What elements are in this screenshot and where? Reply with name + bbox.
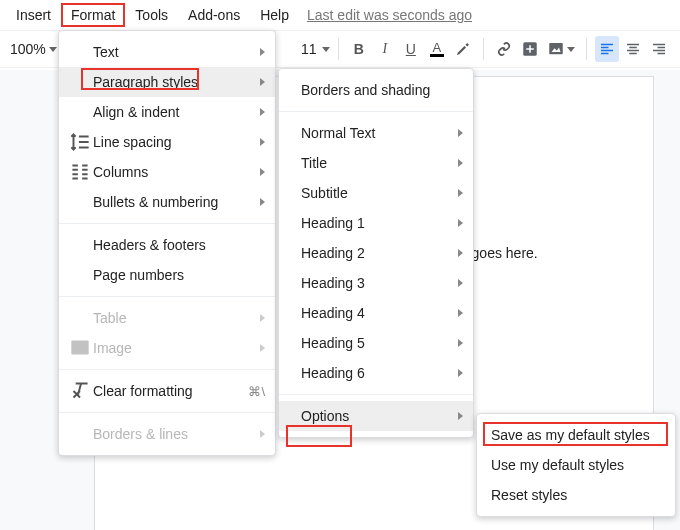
menu-addons[interactable]: Add-ons bbox=[178, 3, 250, 27]
mi-paragraph-styles[interactable]: Paragraph styles bbox=[59, 67, 275, 97]
caret-down-icon bbox=[322, 47, 330, 52]
toolbar-separator bbox=[483, 38, 484, 60]
mi-line-spacing[interactable]: Line spacing bbox=[59, 127, 275, 157]
mi-reset-styles[interactable]: Reset styles bbox=[477, 480, 675, 510]
submenu-arrow-icon bbox=[458, 279, 463, 287]
options-menu: Save as my default styles Use my default… bbox=[476, 413, 676, 517]
submenu-arrow-icon bbox=[260, 168, 265, 176]
line-spacing-icon bbox=[67, 133, 93, 151]
menu-insert[interactable]: Insert bbox=[6, 3, 61, 27]
font-size-control[interactable]: 11 bbox=[298, 41, 330, 57]
mi-save-default-styles[interactable]: Save as my default styles bbox=[477, 420, 675, 450]
insert-image-button[interactable] bbox=[544, 36, 578, 62]
submenu-arrow-icon bbox=[458, 249, 463, 257]
caret-down-icon bbox=[567, 47, 575, 52]
align-left-icon bbox=[598, 40, 616, 58]
mi-borders-shading[interactable]: Borders and shading bbox=[279, 75, 473, 105]
menu-separator bbox=[279, 111, 473, 112]
last-edit-link[interactable]: Last edit was seconds ago bbox=[307, 7, 472, 23]
mi-headers-footers[interactable]: Headers & footers bbox=[59, 230, 275, 260]
image-icon bbox=[547, 40, 565, 58]
mi-heading-1[interactable]: Heading 1 bbox=[279, 208, 473, 238]
columns-icon bbox=[67, 163, 93, 181]
submenu-arrow-icon bbox=[458, 369, 463, 377]
menu-help[interactable]: Help bbox=[250, 3, 299, 27]
submenu-arrow-icon bbox=[458, 159, 463, 167]
mi-columns[interactable]: Columns bbox=[59, 157, 275, 187]
mi-use-default-styles[interactable]: Use my default styles bbox=[477, 450, 675, 480]
mi-clear-formatting[interactable]: Clear formatting⌘\ bbox=[59, 376, 275, 406]
submenu-arrow-icon bbox=[260, 430, 265, 438]
image-icon bbox=[67, 339, 93, 357]
menu-separator bbox=[59, 296, 275, 297]
menu-separator bbox=[59, 412, 275, 413]
bold-button[interactable]: B bbox=[347, 36, 371, 62]
paragraph-styles-menu: Borders and shading Normal Text Title Su… bbox=[278, 68, 474, 438]
mi-bullets-numbering[interactable]: Bullets & numbering bbox=[59, 187, 275, 217]
caret-down-icon bbox=[49, 47, 57, 52]
mi-heading-3[interactable]: Heading 3 bbox=[279, 268, 473, 298]
format-menu: Text Paragraph styles Align & indent Lin… bbox=[58, 30, 276, 456]
zoom-value: 100% bbox=[10, 41, 46, 57]
insert-link-button[interactable] bbox=[492, 36, 516, 62]
italic-button[interactable]: I bbox=[373, 36, 397, 62]
align-right-button[interactable] bbox=[647, 36, 671, 62]
text-color-button[interactable]: A bbox=[425, 36, 449, 62]
shortcut-label: ⌘\ bbox=[248, 384, 265, 399]
submenu-arrow-icon bbox=[260, 344, 265, 352]
comment-plus-icon bbox=[521, 40, 539, 58]
submenu-arrow-icon bbox=[458, 129, 463, 137]
zoom-dropdown[interactable]: 100% bbox=[4, 41, 57, 57]
mi-options[interactable]: Options bbox=[279, 401, 473, 431]
menu-format[interactable]: Format bbox=[61, 3, 125, 27]
submenu-arrow-icon bbox=[458, 412, 463, 420]
submenu-arrow-icon bbox=[260, 198, 265, 206]
submenu-arrow-icon bbox=[458, 339, 463, 347]
submenu-arrow-icon bbox=[458, 219, 463, 227]
submenu-arrow-icon bbox=[260, 314, 265, 322]
font-size-value: 11 bbox=[298, 41, 320, 57]
submenu-arrow-icon bbox=[260, 108, 265, 116]
svg-rect-1 bbox=[549, 43, 563, 54]
highlighter-icon bbox=[454, 40, 472, 58]
mi-heading-6[interactable]: Heading 6 bbox=[279, 358, 473, 388]
mi-heading-5[interactable]: Heading 5 bbox=[279, 328, 473, 358]
submenu-arrow-icon bbox=[458, 309, 463, 317]
add-comment-button[interactable] bbox=[518, 36, 542, 62]
highlight-button[interactable] bbox=[451, 36, 475, 62]
svg-rect-3 bbox=[71, 340, 88, 354]
clear-format-icon bbox=[67, 382, 93, 400]
submenu-arrow-icon bbox=[260, 78, 265, 86]
mi-text[interactable]: Text bbox=[59, 37, 275, 67]
submenu-arrow-icon bbox=[260, 138, 265, 146]
mi-borders-lines: Borders & lines bbox=[59, 419, 275, 449]
toolbar-separator bbox=[586, 38, 587, 60]
underline-button[interactable]: U bbox=[399, 36, 423, 62]
align-center-icon bbox=[624, 40, 642, 58]
mi-heading-4[interactable]: Heading 4 bbox=[279, 298, 473, 328]
toolbar-separator bbox=[338, 38, 339, 60]
menu-tools[interactable]: Tools bbox=[125, 3, 178, 27]
mi-image: Image bbox=[59, 333, 275, 363]
mi-align-indent[interactable]: Align & indent bbox=[59, 97, 275, 127]
mi-table: Table bbox=[59, 303, 275, 333]
menubar: Insert Format Tools Add-ons Help Last ed… bbox=[0, 0, 680, 30]
link-icon bbox=[495, 40, 513, 58]
submenu-arrow-icon bbox=[260, 48, 265, 56]
align-left-button[interactable] bbox=[595, 36, 619, 62]
mi-subtitle[interactable]: Subtitle bbox=[279, 178, 473, 208]
mi-title[interactable]: Title bbox=[279, 148, 473, 178]
menu-separator bbox=[279, 394, 473, 395]
mi-normal-text[interactable]: Normal Text bbox=[279, 118, 473, 148]
align-center-button[interactable] bbox=[621, 36, 645, 62]
mi-heading-2[interactable]: Heading 2 bbox=[279, 238, 473, 268]
mi-page-numbers[interactable]: Page numbers bbox=[59, 260, 275, 290]
align-right-icon bbox=[650, 40, 668, 58]
menu-separator bbox=[59, 223, 275, 224]
menu-separator bbox=[59, 369, 275, 370]
submenu-arrow-icon bbox=[458, 189, 463, 197]
